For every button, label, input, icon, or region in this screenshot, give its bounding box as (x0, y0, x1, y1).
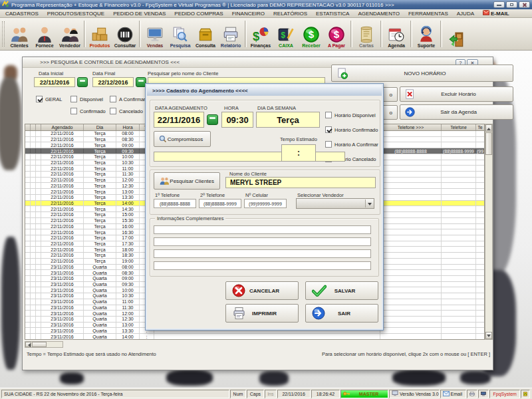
toolbar-consultar[interactable]: Consultar (112, 25, 138, 49)
sair-button[interactable]: SAIR (305, 304, 378, 323)
check-a-confirmar[interactable]: A Confirmar (110, 96, 146, 102)
cell-hora: 08:00 (116, 265, 140, 270)
cancelar-button[interactable]: CANCELAR (225, 281, 299, 300)
menu-agendamento[interactable]: AGENDAMENTO (358, 11, 400, 17)
col-header-telefone2[interactable]: Telefone (442, 124, 476, 130)
maximize-icon[interactable] (506, 1, 517, 8)
toolbar-apagar[interactable]: $ A Pagar (324, 25, 349, 49)
info-field-4[interactable] (154, 261, 371, 270)
col-header[interactable] (25, 124, 31, 130)
table-row[interactable]: 23/11/2016 Quarta 14:00 : (25, 334, 484, 339)
menu-ajuda[interactable]: AJUDA (457, 11, 474, 17)
col-header-telefone1[interactable]: Telefone >>> (380, 124, 442, 130)
scroll-left-icon[interactable] (25, 342, 31, 347)
data-inicial-field[interactable]: 22/11/2016 (34, 77, 75, 87)
app-logo-icon (2, 1, 9, 9)
cell-hora: 13:00 (116, 189, 140, 194)
check-cancelado[interactable]: Cancelado (110, 108, 143, 114)
menu-financeiro[interactable]: FINANCEIRO (232, 11, 265, 17)
horizontal-scrollbar[interactable] (25, 341, 63, 348)
check-confirmado[interactable]: Confirmado (70, 108, 106, 114)
cell-telefone1 (380, 212, 442, 217)
data-inicial-calendar-icon[interactable] (77, 77, 88, 87)
cell-telefone2 (442, 334, 476, 339)
menu-produtos-estoque[interactable]: PRODUTOS/ESTOQUE (47, 11, 104, 17)
dialog-calendar-icon[interactable] (207, 114, 218, 125)
checkbox-icon (110, 108, 116, 114)
col-header[interactable] (31, 124, 36, 130)
menu-pedido-compras[interactable]: PEDIDO COMPRAS (174, 11, 223, 17)
toolbar-financas[interactable]: $ Finanças (248, 25, 273, 49)
vendedor-dropdown[interactable] (296, 198, 374, 209)
cell-agendado: 22/11/2016 (41, 218, 84, 223)
compromisso-field[interactable] (154, 152, 345, 162)
cadastro-agendamento-dialog: >>>> Cadastro do Agendamento <<<< DATA A… (145, 83, 384, 331)
col-header-agendado[interactable]: Agendado (41, 124, 84, 130)
info-field-1[interactable] (154, 225, 371, 234)
toolbar-caixa[interactable]: $ CAIXA (273, 25, 299, 49)
col-header[interactable] (36, 124, 41, 130)
compromissos-button[interactable]: Compromissos (154, 131, 211, 147)
toolbar-vendas[interactable]: Vendas (142, 25, 168, 49)
toolbar-pesquisa[interactable]: Pesquisa (168, 25, 193, 49)
menu-cadastros[interactable]: CADASTROS (5, 11, 39, 17)
sair-agenda-button[interactable]: Sair da Agenda (400, 104, 513, 120)
nome-cliente-field[interactable]: MERYL STREEP (225, 177, 376, 188)
cell-telefone2 (442, 137, 476, 142)
scroll-down-icon[interactable] (485, 332, 492, 339)
scrollbar-thumb[interactable] (485, 132, 492, 155)
col-header-hora[interactable]: Hora (116, 124, 140, 130)
imprimir-button[interactable]: IMPRIMIR (225, 304, 299, 323)
toolbar-relatorio[interactable]: Relatório (218, 25, 243, 49)
check-horario-a-confirmar[interactable]: Horário A Confirmar (325, 141, 378, 148)
menu-estatistica[interactable]: ESTATISTICA (316, 11, 349, 17)
scroll-up-icon[interactable] (485, 124, 492, 132)
tempo-estimado-field[interactable]: : (281, 144, 316, 162)
hora-field[interactable]: 09:30 (221, 112, 253, 128)
check-geral[interactable]: GERAL (36, 96, 62, 102)
vertical-scrollbar[interactable] (485, 124, 493, 340)
tel2-field[interactable]: (88)88888-9999 (199, 199, 241, 208)
cell-telefone1 (380, 241, 442, 247)
info-field-3[interactable] (154, 249, 371, 258)
cell-telefone2 (442, 212, 476, 217)
toolbar-cartas[interactable]: Cartas (354, 25, 379, 49)
menu-relatorios[interactable]: RELATÓRIOS (273, 11, 307, 17)
cell-dia: Terça (84, 247, 116, 252)
toolbar-consulta[interactable]: Consulta (193, 25, 218, 49)
menu-ferramentas[interactable]: FERRAMENTAS (408, 11, 448, 17)
col-header[interactable]: Te (476, 124, 484, 130)
scrollbar-thumb[interactable] (32, 342, 47, 347)
menu-pedido-de-vendas[interactable]: PEDIDO DE VENDAS (113, 11, 166, 17)
data-final-field[interactable]: 22/12/2016 (92, 77, 134, 87)
toolbar-separator (245, 21, 247, 47)
toolbar-fornece[interactable]: Fornece (32, 25, 57, 49)
minimize-icon[interactable] (493, 1, 505, 8)
tel1-field[interactable]: (88)8888-8888 (154, 199, 196, 208)
toolbar-exit[interactable] (444, 31, 469, 49)
col-header-dia[interactable]: Dia (84, 124, 116, 130)
toolbar-agenda[interactable]: Agenda (384, 25, 409, 49)
novo-horario-button[interactable]: NOVO HORÁRIO (331, 65, 513, 82)
info-field-2[interactable] (154, 237, 371, 246)
cell-telefone3 (476, 253, 484, 258)
chevron-down-icon[interactable] (365, 200, 373, 207)
toolbar-receber[interactable]: $ Receber (299, 25, 324, 49)
check-horario-disponivel[interactable]: Horário Disponível (325, 112, 376, 118)
menu-email[interactable]: E-MAIL (483, 10, 509, 17)
salvar-button[interactable]: SALVAR (305, 281, 378, 300)
toolbar-vendedor[interactable]: Vendedor (57, 25, 82, 49)
dia-semana-field[interactable]: Terça (256, 112, 320, 128)
check-horario-confirmado[interactable]: Horário Confirmado (325, 126, 378, 133)
close-icon[interactable] (519, 1, 530, 8)
data-agendamento-field[interactable]: 22/11/2016 (154, 112, 204, 128)
toolbar-clientes[interactable]: Clientes (7, 25, 32, 49)
celular-field[interactable]: (99)99999-9999 (244, 199, 287, 208)
check-disponivel[interactable]: Disponível (70, 96, 103, 102)
toolbar-produtos[interactable]: Produtos (87, 25, 112, 49)
cell-telefone1 (380, 172, 442, 177)
toolbar-suporte[interactable]: Suporte (414, 25, 439, 49)
excluir-horario-button[interactable]: Excluir Horário (400, 86, 513, 102)
pesquisar-clientes-button[interactable]: Pesquisar Clientes (154, 172, 220, 190)
statusbar: SUA CIDADE - RS 22 de Novembro de 2016 -… (0, 388, 532, 399)
